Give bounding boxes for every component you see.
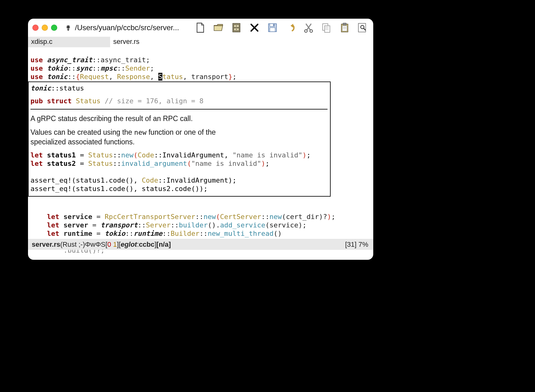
paren: ( — [265, 221, 269, 229]
type: Code — [142, 176, 158, 184]
type: Sender — [125, 64, 150, 72]
type: Server — [146, 221, 170, 229]
modeline[interactable]: server.rs (Rust ;-) ΦwΦ S[0 1] [eglot:cc… — [28, 239, 373, 250]
code: , — [183, 73, 191, 81]
code: = — [92, 213, 105, 221]
code: ; — [307, 151, 311, 159]
error-count: 0 — [107, 240, 111, 248]
code: , — [224, 151, 233, 159]
code: :: — [113, 151, 121, 159]
svg-point-3 — [236, 26, 237, 26]
doc-example: let status1 = Status::new(Code::InvalidA… — [30, 151, 328, 193]
undo-button[interactable] — [285, 22, 296, 33]
search-button[interactable] — [357, 22, 368, 33]
editor-content[interactable]: use async_trait::async_trait; use tokio:… — [28, 47, 373, 81]
warn-count: 1 — [113, 240, 117, 248]
copy-button[interactable] — [321, 22, 332, 33]
fn: add_service — [220, 221, 265, 229]
code: :: — [170, 221, 179, 229]
code: assert_eq!(status1.code(), — [30, 176, 142, 184]
comment: // size = 176, align = 8 — [105, 97, 203, 105]
paren: () — [274, 230, 282, 237]
type: Status — [76, 97, 100, 105]
module: runtime — [133, 230, 162, 237]
tab-label: server.rs — [113, 38, 139, 46]
hover-doc-popup: tonic::status pub struct Status // size … — [28, 82, 331, 197]
code: ); — [228, 176, 237, 184]
module: mpsc — [100, 64, 117, 72]
code: :: — [137, 221, 146, 229]
eglot-indicator: [eglot:ccbc] — [119, 240, 156, 249]
code: :: — [158, 176, 167, 184]
module: transport — [100, 221, 137, 229]
svg-rect-16 — [358, 23, 365, 32]
crate-name: async_trait — [47, 56, 92, 64]
tab-label: xdisp.c — [31, 38, 52, 46]
new-file-button[interactable] — [195, 22, 206, 33]
text: Values can be created using the — [30, 128, 134, 136]
var: service — [269, 221, 298, 229]
fn: new — [121, 151, 133, 159]
code: :: — [113, 160, 121, 167]
zoom-icon[interactable] — [51, 25, 57, 31]
type: CertServer — [220, 213, 261, 221]
paren: ) — [327, 213, 331, 221]
brace: { — [76, 73, 80, 81]
import: tatus — [162, 73, 183, 81]
save-button[interactable] — [267, 22, 278, 33]
code: :: — [195, 213, 204, 221]
var: service — [63, 213, 92, 221]
keyword: use — [30, 64, 43, 72]
text-cursor: S — [158, 73, 162, 81]
tab-xdisp[interactable]: xdisp.c — [28, 37, 110, 47]
open-button[interactable] — [213, 22, 224, 33]
cut-button[interactable] — [303, 22, 314, 33]
close-icon[interactable] — [32, 25, 39, 31]
keyword: let — [47, 230, 59, 237]
vc-icon: ⚵ — [66, 24, 71, 31]
type: RpcCertTransportServer — [105, 213, 195, 221]
paren: ( — [282, 213, 286, 221]
import: transport — [191, 73, 228, 81]
editor-window: ⚵ /Users/yuan/p/ccbc/src/server... — [28, 19, 373, 260]
paren: ( — [187, 160, 191, 167]
keyword: pub — [30, 97, 43, 105]
code: ; — [331, 213, 335, 221]
dired-button[interactable] — [231, 22, 242, 33]
string: "name is invalid" — [232, 151, 302, 159]
type: Status — [88, 160, 113, 167]
string: "name is invalid" — [191, 160, 261, 167]
tab-server-rs[interactable]: server.rs — [110, 37, 144, 47]
code: :: — [67, 73, 76, 81]
svg-rect-7 — [273, 24, 274, 26]
fn: invalid_argument — [121, 160, 187, 167]
keyword: let — [30, 151, 43, 159]
code: :: — [67, 64, 76, 72]
kill-buffer-button[interactable] — [249, 22, 260, 33]
window-controls — [32, 25, 57, 31]
minimize-icon[interactable] — [42, 25, 48, 31]
fn: builder — [179, 221, 208, 229]
fn: new — [269, 213, 282, 221]
crate-name: tokio — [105, 230, 125, 237]
code: :: — [261, 213, 270, 221]
treesit-indicator: ΦwΦ — [85, 240, 101, 249]
crate-name: tonic — [47, 73, 67, 81]
code: = — [92, 230, 105, 237]
doc-decl: pub struct Status // size = 176, align =… — [30, 97, 328, 105]
code: = — [88, 221, 100, 229]
code: :: — [92, 64, 101, 72]
paste-button[interactable] — [339, 22, 350, 33]
var: cert_dir — [286, 213, 319, 221]
major-mode: (Rust ;-) — [60, 240, 85, 249]
paren: ) — [298, 221, 302, 229]
type: Status — [88, 151, 113, 159]
text: S[ — [101, 240, 107, 248]
keyword: let — [47, 221, 59, 229]
titlebar: ⚵ /Users/yuan/p/ccbc/src/server... — [28, 19, 373, 37]
divider — [30, 109, 328, 110]
module: status — [59, 84, 84, 92]
paren: ) — [302, 151, 306, 159]
var: server — [63, 221, 88, 229]
svg-rect-8 — [270, 28, 275, 32]
